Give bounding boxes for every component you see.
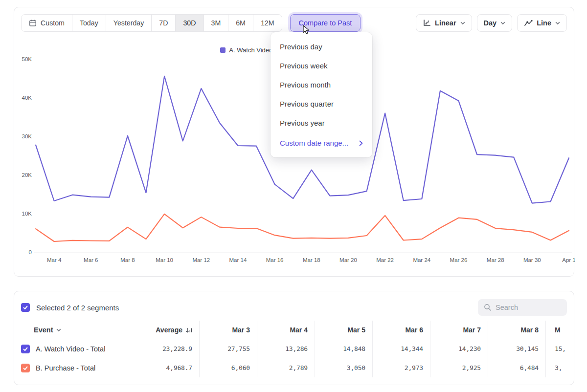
svg-text:Mar 30: Mar 30 — [523, 257, 541, 263]
column-header-clipped[interactable]: M — [545, 321, 574, 339]
row-b-checkbox[interactable] — [21, 364, 30, 372]
table-header-row: Event Average Mar 3 Mar 4 Mar 5 Mar 6 Ma… — [14, 321, 574, 339]
custom-range-label: Custom — [41, 19, 65, 27]
row-a-checkbox[interactable] — [21, 345, 30, 353]
calendar-icon — [29, 19, 37, 27]
compare-to-past-button[interactable]: Compare to Past — [290, 14, 361, 32]
range-12m-button[interactable]: 12M — [253, 15, 282, 31]
svg-text:Mar 10: Mar 10 — [156, 257, 173, 263]
linear-scale-icon — [423, 19, 431, 27]
svg-text:Mar 26: Mar 26 — [450, 257, 468, 263]
column-header-mar7[interactable]: Mar 7 — [430, 321, 488, 339]
svg-text:Mar 12: Mar 12 — [192, 257, 210, 263]
svg-text:0: 0 — [29, 249, 32, 255]
search-input[interactable] — [496, 304, 561, 311]
menu-item-previous-week[interactable]: Previous week — [271, 56, 372, 75]
svg-text:Mar 20: Mar 20 — [339, 257, 357, 263]
svg-text:Mar 24: Mar 24 — [413, 257, 430, 263]
chart-toolbar: Custom Today Yesterday 7D 30D 3M 6M 12M … — [14, 7, 574, 32]
search-box — [478, 299, 567, 316]
chart-type-select-button[interactable]: Line — [517, 14, 567, 32]
svg-text:40K: 40K — [22, 95, 32, 101]
segments-table: Event Average Mar 3 Mar 4 Mar 5 Mar 6 Ma… — [14, 321, 574, 377]
svg-text:Mar 14: Mar 14 — [229, 257, 247, 263]
segments-summary: Selected 2 of 2 segments — [36, 304, 119, 312]
segments-header: Selected 2 of 2 segments — [14, 291, 574, 321]
row-b-average: 4,968.7 — [154, 364, 199, 371]
column-header-mar5[interactable]: Mar 5 — [315, 321, 372, 339]
svg-text:Apr 1: Apr 1 — [562, 257, 575, 263]
svg-text:Mar 22: Mar 22 — [376, 257, 394, 263]
chevron-down-icon — [555, 22, 560, 25]
scale-select-button[interactable]: Linear — [416, 14, 472, 32]
table-row[interactable]: B. Purchase - Total 4,968.7 6,060 2,789 … — [14, 358, 574, 377]
row-a-clipped: 15, — [545, 339, 574, 358]
range-30d-button[interactable]: 30D — [176, 15, 203, 31]
menu-item-previous-year[interactable]: Previous year — [271, 113, 372, 132]
chart-options: Linear Day Line — [416, 14, 567, 32]
menu-item-previous-month[interactable]: Previous month — [271, 75, 372, 94]
svg-text:Mar 28: Mar 28 — [487, 257, 504, 263]
svg-text:10K: 10K — [22, 211, 32, 217]
table-row[interactable]: A. Watch Video - Total 23,228.9 27,755 1… — [14, 339, 574, 358]
row-a-mar8: 30,145 — [488, 339, 545, 358]
svg-text:Mar 4: Mar 4 — [47, 257, 62, 263]
row-a-mar3: 27,755 — [199, 339, 257, 358]
search-icon — [484, 304, 492, 311]
chevron-down-icon — [460, 22, 465, 25]
today-button[interactable]: Today — [72, 15, 106, 31]
segments-panel: Selected 2 of 2 segments Event Average — [14, 291, 574, 385]
chart-type-label: Line — [537, 19, 551, 27]
column-header-average[interactable]: Average — [154, 326, 199, 334]
row-b-mar8: 6,484 — [488, 358, 545, 377]
range-6m-button[interactable]: 6M — [228, 15, 253, 31]
range-3m-button[interactable]: 3M — [204, 15, 229, 31]
svg-text:20K: 20K — [22, 172, 32, 178]
chevron-right-icon — [359, 140, 363, 146]
svg-text:Mar 8: Mar 8 — [120, 257, 135, 263]
row-a-mar7: 14,230 — [430, 339, 488, 358]
row-b-mar5: 3,050 — [315, 358, 372, 377]
row-b-label: B. Purchase - Total — [36, 364, 95, 372]
scale-label: Linear — [435, 19, 456, 27]
svg-text:30K: 30K — [22, 133, 32, 139]
menu-item-previous-quarter[interactable]: Previous quarter — [271, 94, 372, 113]
sort-icon — [185, 327, 192, 333]
svg-text:50K: 50K — [22, 56, 32, 62]
range-7d-button[interactable]: 7D — [152, 15, 176, 31]
line-chart-icon — [524, 20, 533, 27]
row-b-mar3: 6,060 — [199, 358, 257, 377]
analytics-dashboard: Custom Today Yesterday 7D 30D 3M 6M 12M … — [0, 0, 587, 392]
average-header-label: Average — [156, 326, 182, 334]
menu-item-custom-date-range[interactable]: Custom date range... — [271, 133, 372, 152]
column-header-event[interactable]: Event — [14, 326, 154, 334]
row-a-mar4: 13,286 — [257, 339, 315, 358]
menu-item-previous-day[interactable]: Previous day — [271, 37, 372, 56]
date-range-group: Custom Today Yesterday 7D 30D 3M 6M 12M — [21, 14, 282, 32]
svg-text:Mar 6: Mar 6 — [84, 257, 98, 263]
compare-dropdown-menu: Previous day Previous week Previous mont… — [271, 32, 372, 157]
column-header-mar8[interactable]: Mar 8 — [488, 321, 545, 339]
column-header-mar3[interactable]: Mar 3 — [199, 321, 257, 339]
row-a-average: 23,228.9 — [154, 345, 199, 352]
interval-label: Day — [484, 19, 497, 27]
event-header-label: Event — [34, 326, 53, 334]
row-b-mar7: 2,925 — [430, 358, 488, 377]
yesterday-button[interactable]: Yesterday — [106, 15, 152, 31]
row-b-mar4: 2,789 — [257, 358, 315, 377]
column-header-mar6[interactable]: Mar 6 — [372, 321, 430, 339]
row-a-label: A. Watch Video - Total — [36, 345, 105, 353]
svg-text:Mar 16: Mar 16 — [266, 257, 284, 263]
select-all-checkbox[interactable] — [21, 303, 30, 312]
row-b-mar6: 2,973 — [372, 358, 430, 377]
column-header-mar4[interactable]: Mar 4 — [257, 321, 315, 339]
row-a-mar6: 14,344 — [372, 339, 430, 358]
chevron-down-icon — [500, 22, 505, 25]
chevron-down-icon — [56, 328, 61, 332]
custom-date-range-label: Custom date range... — [280, 139, 348, 147]
row-b-clipped: 3, — [545, 358, 574, 377]
custom-range-button[interactable]: Custom — [22, 15, 72, 31]
row-a-mar5: 14,848 — [315, 339, 372, 358]
svg-text:Mar 18: Mar 18 — [303, 257, 320, 263]
interval-select-button[interactable]: Day — [477, 14, 513, 32]
